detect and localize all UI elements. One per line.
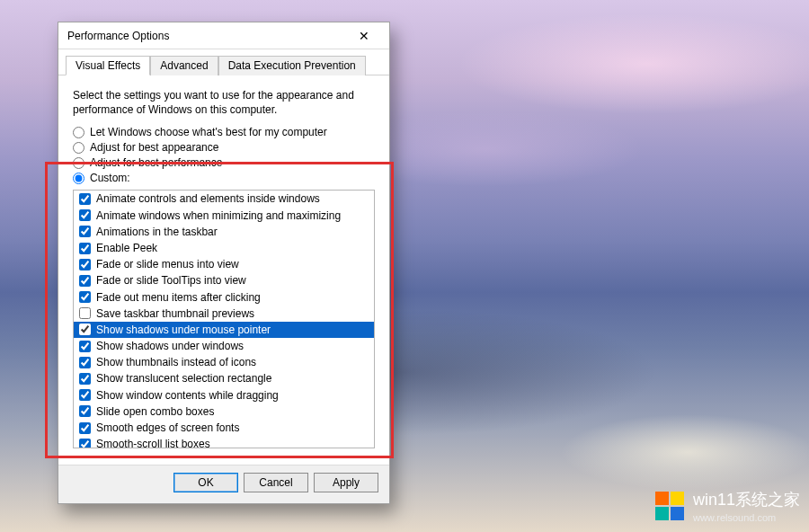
option-label: Animate controls and elements inside win… [96,191,320,206]
tab-advanced[interactable]: Advanced [150,56,218,75]
panel-description: Select the settings you want to use for … [73,88,375,117]
tab-panel: Select the settings you want to use for … [58,75,389,465]
option-row[interactable]: Animations in the taskbar [74,224,374,240]
watermark: win11系统之家 www.relsound.com [655,489,800,523]
option-checkbox[interactable] [79,357,91,368]
option-row[interactable]: Fade or slide ToolTips into view [74,272,374,288]
option-row[interactable]: Enable Peek [74,240,374,256]
option-checkbox[interactable] [79,307,91,319]
close-icon: ✕ [359,29,369,43]
option-label: Animations in the taskbar [96,225,218,239]
radio-custom[interactable]: Custom: [73,172,375,184]
ok-button[interactable]: OK [173,473,238,492]
watermark-url: www.relsound.com [693,512,800,523]
radio-input[interactable] [73,127,84,138]
tab-dep[interactable]: Data Execution Prevention [218,56,366,75]
option-checkbox[interactable] [79,209,91,221]
option-label: Slide open combo boxes [96,404,214,419]
radio-input[interactable] [73,157,84,169]
option-row[interactable]: Show window contents while dragging [74,387,374,403]
option-label: Smooth-scroll list boxes [96,437,210,448]
option-label: Show thumbnails instead of icons [96,355,256,369]
option-label: Fade out menu items after clicking [96,290,261,305]
option-row[interactable]: Smooth-scroll list boxes [74,436,374,448]
close-button[interactable]: ✕ [346,25,382,47]
option-label: Animate windows when minimizing and maxi… [96,208,341,223]
radio-best-performance[interactable]: Adjust for best performance [73,156,375,169]
option-checkbox[interactable] [79,291,91,303]
dialog-titlebar: Performance Options ✕ [58,22,389,49]
option-label: Show shadows under windows [96,339,244,353]
option-checkbox[interactable] [79,439,91,449]
option-checkbox[interactable] [79,243,91,254]
radio-input[interactable] [73,142,84,154]
radio-best-appearance[interactable]: Adjust for best appearance [73,141,375,154]
option-label: Enable Peek [96,241,157,255]
option-label: Show translucent selection rectangle [96,371,271,386]
option-checkbox[interactable] [79,422,91,434]
option-label: Show shadows under mouse pointer [96,323,271,337]
option-checkbox[interactable] [79,405,91,417]
watermark-title: win11系统之家 [693,489,800,510]
radio-label: Custom: [90,172,130,184]
option-row[interactable]: Animate controls and elements inside win… [74,191,374,207]
option-row[interactable]: Animate windows when minimizing and maxi… [74,208,374,224]
option-label: Show window contents while dragging [96,388,279,403]
cancel-button[interactable]: Cancel [244,473,308,492]
option-checkbox[interactable] [79,226,91,237]
option-label: Fade or slide ToolTips into view [96,273,246,288]
tab-visual-effects[interactable]: Visual Effects [66,56,150,75]
option-row[interactable]: Show shadows under mouse pointer [74,322,374,338]
option-label: Fade or slide menus into view [96,257,239,271]
option-row[interactable]: Slide open combo boxes [74,403,374,420]
option-row[interactable]: Save taskbar thumbnail previews [74,306,374,322]
radio-label: Adjust for best performance [90,156,222,169]
radio-input[interactable] [73,173,84,184]
option-checkbox[interactable] [79,193,91,205]
option-checkbox[interactable] [79,389,91,401]
option-row[interactable]: Show translucent selection rectangle [74,370,374,386]
option-checkbox[interactable] [79,324,91,335]
radio-let-windows-choose[interactable]: Let Windows choose what's best for my co… [73,126,375,138]
option-row[interactable]: Smooth edges of screen fonts [74,420,374,436]
visual-effects-list[interactable]: Animate controls and elements inside win… [73,190,375,448]
option-row[interactable]: Show thumbnails instead of icons [74,354,374,370]
apply-button[interactable]: Apply [314,473,378,492]
dialog-button-row: OK Cancel Apply [58,465,389,503]
option-label: Save taskbar thumbnail previews [96,306,254,321]
option-checkbox[interactable] [79,341,91,352]
watermark-logo-icon [655,492,684,520]
option-checkbox[interactable] [79,275,91,287]
tabs-row: Visual Effects Advanced Data Execution P… [58,49,389,75]
radio-label: Let Windows choose what's best for my co… [90,126,327,138]
dialog-title: Performance Options [67,30,346,42]
option-row[interactable]: Fade out menu items after clicking [74,289,374,306]
radio-label: Adjust for best appearance [90,141,218,154]
option-checkbox[interactable] [79,259,91,270]
option-row[interactable]: Fade or slide menus into view [74,256,374,272]
option-label: Smooth edges of screen fonts [96,421,239,435]
option-row[interactable]: Show shadows under windows [74,338,374,354]
performance-options-dialog: Performance Options ✕ Visual Effects Adv… [58,22,390,504]
option-checkbox[interactable] [79,373,91,385]
